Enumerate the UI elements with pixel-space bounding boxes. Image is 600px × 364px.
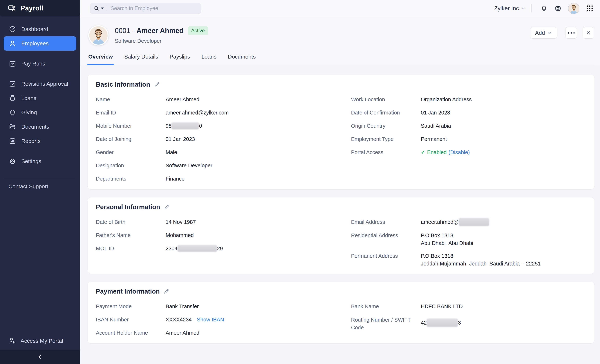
contact-support-link[interactable]: Contact Support [0, 178, 80, 195]
field-value: Permanent [421, 135, 447, 143]
access-my-portal-button[interactable]: Access My Portal [0, 332, 80, 350]
field-value: Finance [166, 175, 185, 182]
chevron-left-icon [37, 354, 43, 360]
check-icon: ✓ [421, 149, 425, 155]
global-search[interactable] [90, 3, 201, 14]
org-selector[interactable]: Zylker Inc [494, 5, 526, 12]
dashboard-icon [9, 26, 16, 33]
sidebar-item-employees[interactable]: Employees [4, 36, 76, 51]
sidebar-item-reports[interactable]: Reports [4, 134, 76, 148]
field-value-redacted: 980 [166, 122, 202, 130]
field-label: Date of Joining [96, 135, 166, 143]
search-scope-caret-icon[interactable] [101, 8, 104, 9]
sidebar-item-label: Giving [21, 109, 37, 116]
field-label: Origin Country [351, 122, 421, 130]
sidebar-item-giving[interactable]: Giving [4, 105, 76, 120]
revisions-approval-icon [9, 80, 16, 88]
portal-access-value: ✓Enabled(Disable) [421, 148, 470, 156]
close-button[interactable] [582, 27, 594, 38]
sidebar-item-label: Loans [21, 95, 36, 101]
notifications-bell-icon[interactable] [540, 5, 548, 12]
field-value: 01 Jan 2023 [166, 135, 195, 143]
field-value: Organization Address [421, 96, 472, 103]
search-input[interactable] [111, 5, 198, 11]
field-label: Residential Address [351, 232, 421, 239]
field-value: Ameer Ahmed [166, 96, 199, 103]
close-icon [586, 30, 591, 36]
field-value: Ameer Ahmed [166, 329, 199, 337]
giving-icon [9, 109, 16, 116]
field-label: Date of Confirmation [351, 109, 421, 117]
add-button[interactable]: Add [530, 27, 557, 38]
redacted-region [171, 122, 199, 129]
field-label: Father's Name [96, 231, 166, 239]
field-label: Routing Number / SWIFT Code [351, 316, 421, 331]
add-button-label: Add [535, 30, 545, 36]
section-title: Basic Information [96, 81, 150, 88]
sidebar-item-loans[interactable]: Loans [4, 91, 76, 105]
search-icon [94, 5, 100, 12]
edit-pencil-icon[interactable] [164, 204, 170, 210]
employee-avatar-image [89, 26, 108, 45]
sidebar-item-dashboard[interactable]: Dashboard [4, 22, 76, 36]
portal-status: Enabled [427, 149, 447, 155]
edit-pencil-icon[interactable] [154, 81, 160, 88]
employee-designation: Software Developer [115, 38, 208, 44]
payment-information-card: Payment Information Payment ModeBank Tra… [88, 282, 594, 344]
field-label: Email Address [351, 218, 421, 226]
portal-disable-link[interactable]: (Disable) [449, 149, 470, 155]
apps-grid-icon[interactable] [586, 4, 594, 12]
sidebar-item-label: Employees [21, 40, 48, 47]
field-label: Payment Mode [96, 302, 166, 310]
employee-code: 0001 - [115, 27, 136, 35]
field-value: Saudi Arabia [421, 122, 451, 130]
tab-documents[interactable]: Documents [228, 54, 256, 60]
topbar-divider [531, 4, 532, 12]
employee-tabs: Overview Salary Details Payslips Loans D… [88, 54, 594, 65]
field-label: Departments [96, 175, 166, 182]
chevron-down-icon [547, 30, 552, 35]
field-value-redacted: ameer.ahmed@ [421, 218, 489, 226]
section-title: Payment Information [96, 288, 160, 295]
field-value: 01 Jan 2023 [421, 109, 450, 117]
field-value: HDFC BANK LTD [421, 302, 463, 310]
tab-salary-details[interactable]: Salary Details [124, 54, 158, 60]
field-label: Permanent Address [351, 252, 421, 260]
basic-information-card: Basic Information NameAmeer Ahmed Email … [88, 75, 594, 190]
field-value: 14 Nov 1987 [166, 218, 196, 226]
sidebar-item-settings[interactable]: Settings [4, 154, 76, 168]
show-iban-link[interactable]: Show IBAN [197, 317, 224, 323]
field-value-redacted: 423 [421, 316, 461, 327]
documents-icon [9, 123, 16, 130]
sidebar-item-label: Pay Runs [21, 61, 45, 67]
ellipsis-icon [568, 32, 575, 34]
edit-pencil-icon[interactable] [163, 288, 170, 294]
sidebar-item-pay-runs[interactable]: Pay Runs [4, 56, 76, 71]
tab-overview[interactable]: Overview [88, 54, 113, 60]
field-value: Male [166, 148, 177, 156]
field-label: Gender [96, 148, 166, 156]
field-value: Mohammed [166, 231, 194, 239]
app-root: Payroll Dashboard Employees Pay [0, 0, 600, 364]
field-label: Mobile Number [96, 122, 166, 130]
sidebar-item-revisions-approval[interactable]: Revisions Approval [4, 77, 76, 91]
pay-runs-icon [9, 60, 16, 67]
overview-content: Basic Information NameAmeer Ahmed Email … [80, 65, 600, 364]
app-title: Payroll [20, 4, 43, 12]
sidebar-collapse-button[interactable] [0, 350, 80, 364]
more-actions-button[interactable] [565, 27, 577, 38]
sidebar-item-label: Documents [21, 124, 49, 130]
tab-loans[interactable]: Loans [201, 54, 216, 60]
sidebar-item-label: Settings [21, 158, 41, 164]
field-label: MOL ID [96, 245, 166, 252]
settings-gear-icon[interactable] [554, 5, 562, 12]
field-label: Date of Birth [96, 218, 166, 226]
field-value: Bank Transfer [166, 302, 199, 310]
employee-avatar [88, 25, 109, 46]
org-name: Zylker Inc [494, 5, 519, 12]
tab-payslips[interactable]: Payslips [170, 54, 190, 60]
user-avatar[interactable] [568, 3, 580, 14]
person-cursor-icon [9, 337, 16, 345]
employees-icon [9, 40, 16, 47]
sidebar-item-documents[interactable]: Documents [4, 120, 76, 134]
